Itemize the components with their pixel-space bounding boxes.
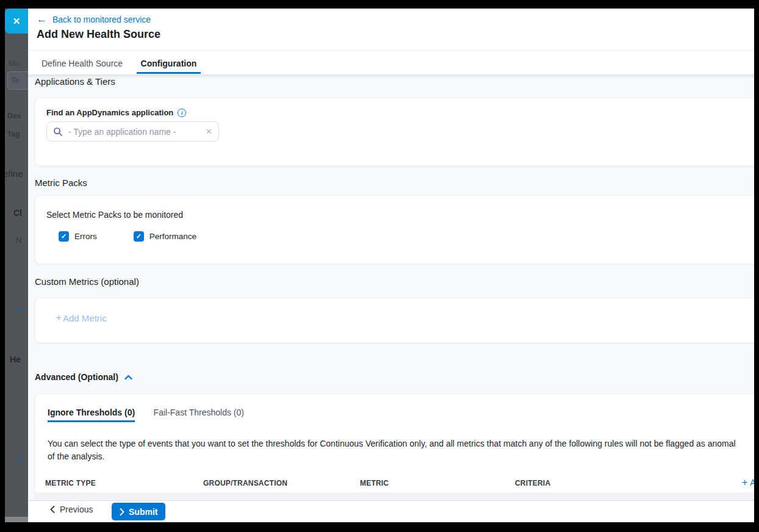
drawer-footer: Previous Submit	[28, 500, 754, 522]
checkbox-performance-label: Performance	[149, 232, 196, 241]
bg-partial-plus-icon: +	[17, 453, 23, 465]
thresholds-description-line1: You can select the type of events that y…	[48, 437, 754, 450]
screenshot-frame: Mo Te Des Tag efine Cl N + He + ✕ ← Back…	[0, 0, 759, 532]
checkbox-errors-label: Errors	[74, 232, 97, 241]
advanced-section-toggle[interactable]: Advanced (Optional)	[35, 372, 132, 382]
back-arrow-icon: ←	[37, 14, 47, 24]
drawer-header: ← Back to monitored service Add New Heal…	[28, 9, 754, 51]
chevron-up-icon	[124, 375, 132, 380]
bg-partial-label: N	[16, 235, 21, 245]
close-drawer-button[interactable]: ✕	[5, 9, 28, 34]
close-icon: ✕	[13, 16, 21, 26]
advanced-section-title: Advanced (Optional)	[35, 372, 118, 382]
thresholds-tabbar: Ignore Thresholds (0) Fail-Fast Threshol…	[48, 404, 244, 422]
column-group-transaction: GROUP/TRANSACTION	[203, 479, 287, 487]
thresholds-card: Ignore Thresholds (0) Fail-Fast Threshol…	[35, 394, 754, 500]
chevron-left-icon	[50, 506, 55, 513]
find-application-label: Find an AppDynamics application i	[46, 108, 186, 117]
find-application-label-text: Find an AppDynamics application	[46, 108, 173, 117]
tab-fail-fast-thresholds[interactable]: Fail-Fast Thresholds (0)	[154, 404, 244, 422]
metric-packs-subtitle: Select Metric Packs to be monitored	[46, 210, 183, 220]
search-icon	[53, 127, 63, 137]
bg-partial-label: Des	[7, 112, 21, 120]
add-metric-button[interactable]: + Add Metric	[56, 312, 107, 324]
plus-icon: +	[56, 312, 62, 324]
back-link-label: Back to monitored service	[52, 15, 151, 24]
metric-packs-card: Select Metric Packs to be monitored ✓ Er…	[35, 195, 754, 264]
background-page-overlay: Mo Te Des Tag efine Cl N + He +	[5, 9, 28, 522]
submit-button[interactable]: Submit	[112, 503, 165, 520]
back-to-monitored-service-link[interactable]: ← Back to monitored service	[37, 14, 151, 24]
checkbox-performance[interactable]: ✓ Performance	[134, 231, 196, 242]
configuration-content: Applications & Tiers Find an AppDynamics…	[28, 74, 754, 500]
bg-partial-plus-icon: +	[17, 303, 23, 315]
add-threshold-button[interactable]: +Add Threshold	[742, 477, 754, 488]
checkbox-checked-icon: ✓	[134, 231, 144, 242]
wizard-tabbar: Define Health Source Configuration	[28, 51, 754, 74]
custom-metrics-card: + Add Metric	[35, 298, 754, 343]
bg-partial-heading: efine	[5, 168, 23, 179]
page-title: Add New Health Source	[37, 28, 160, 41]
bg-partial-label: Tag	[7, 130, 20, 138]
previous-label: Previous	[60, 505, 93, 514]
tab-ignore-thresholds[interactable]: Ignore Thresholds (0)	[48, 404, 135, 422]
bg-partial-heading: Cl	[13, 208, 22, 218]
section-title-metric-packs: Metric Packs	[35, 178, 87, 188]
bg-partial-input-text: Te	[11, 76, 20, 85]
checkbox-checked-icon: ✓	[59, 231, 69, 242]
section-title-custom-metrics: Custom Metrics (optional)	[35, 276, 139, 287]
thresholds-description-line2: of the analysis.	[48, 450, 754, 463]
bg-partial-band	[5, 517, 28, 522]
tab-define-health-source[interactable]: Define Health Source	[37, 55, 127, 74]
checkbox-errors[interactable]: ✓ Errors	[59, 231, 97, 242]
column-criteria: CRITERIA	[515, 479, 550, 487]
clear-search-icon[interactable]: ✕	[206, 127, 212, 136]
previous-button[interactable]: Previous	[50, 505, 93, 514]
metric-packs-options: ✓ Errors ✓ Performance	[59, 231, 196, 242]
bg-partial-heading: He	[10, 354, 21, 364]
thresholds-empty-row	[35, 492, 754, 500]
applications-tiers-card: Find an AppDynamics application i ✕	[35, 98, 754, 166]
screen: Mo Te Des Tag efine Cl N + He + ✕ ← Back…	[5, 9, 754, 522]
thresholds-table-header: METRIC TYPE GROUP/TRANSACTION METRIC CRI…	[35, 479, 754, 489]
plus-icon: +	[742, 477, 747, 487]
application-search-input[interactable]	[68, 127, 200, 137]
tab-configuration[interactable]: Configuration	[137, 55, 201, 74]
add-health-source-drawer: ← Back to monitored service Add New Heal…	[28, 9, 754, 522]
thresholds-description: You can select the type of events that y…	[48, 437, 754, 463]
bg-partial-label: Mo	[9, 59, 20, 68]
add-metric-label: Add Metric	[63, 313, 107, 323]
submit-label: Submit	[129, 507, 157, 517]
section-title-applications-tiers: Applications & Tiers	[35, 76, 115, 87]
add-threshold-label: Add Threshold	[750, 478, 754, 487]
column-metric-type: METRIC TYPE	[45, 479, 96, 487]
info-icon[interactable]: i	[178, 109, 186, 117]
chevron-right-icon	[120, 508, 124, 516]
column-metric: METRIC	[360, 479, 389, 487]
application-search-box: ✕	[46, 121, 219, 142]
